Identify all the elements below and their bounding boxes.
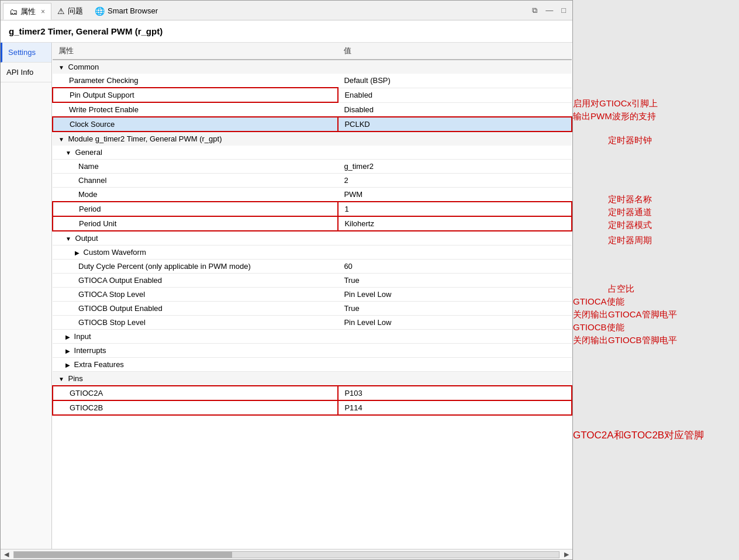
section-module: ▼ Module g_timer2 Timer, General PWM (r_…: [53, 132, 572, 146]
section-pins: ▼ Pins: [53, 372, 572, 386]
row-mode[interactable]: Mode PWM: [53, 188, 572, 202]
annotation-mode: 定时器模式: [608, 220, 652, 231]
scroll-left-icon[interactable]: ◀: [1, 551, 12, 558]
tab-properties-label: 属性: [20, 6, 36, 17]
annotation-gtiocb-stop: 关闭输出GTIOCB管脚电平: [573, 335, 677, 346]
section-common: ▼ Common: [53, 60, 572, 74]
annotation-param-checking: 启用对GTIOCx引脚上: [573, 98, 658, 109]
chevron-right-icon: ▶: [75, 250, 80, 256]
annotation-duty-cycle: 占空比: [608, 284, 634, 295]
problems-icon: ⚠: [57, 6, 65, 16]
chevron-down-icon5: ▼: [58, 376, 64, 382]
tab-smart-browser-label: Smart Browser: [108, 6, 158, 15]
tab-problems-label: 问题: [68, 6, 83, 16]
row-gtioca-stop[interactable]: GTIOCA Stop Level Pin Level Low: [53, 288, 572, 302]
row-write-protect[interactable]: Write Protect Enable Disabled: [53, 102, 572, 117]
row-pin-output-support[interactable]: Pin Output Support Enabled: [53, 88, 572, 102]
row-period[interactable]: Period 1: [53, 202, 572, 216]
horizontal-scrollbar[interactable]: ◀ ▶: [1, 549, 572, 559]
annotation-pins: GTOC2A和GTOC2B对应管脚: [573, 428, 704, 442]
section-extra-features[interactable]: ▶ Extra Features: [53, 358, 572, 372]
section-general: ▼ General: [53, 146, 572, 160]
row-gtiocb-output[interactable]: GTIOCB Output Enabled True: [53, 302, 572, 316]
scroll-right-icon[interactable]: ▶: [561, 551, 572, 558]
annotation-gtioca-enabled: GTIOCA使能: [573, 296, 624, 307]
chevron-down-icon2: ▼: [58, 136, 64, 143]
row-gtioc2a[interactable]: GTIOC2A P103: [53, 386, 572, 400]
row-period-unit[interactable]: Period Unit Kilohertz: [53, 216, 572, 231]
panel-title: g_timer2 Timer, General PWM (r_gpt): [9, 26, 564, 36]
annotation-gtioca-stop: 关闭输出GTIOCA管脚电平: [573, 309, 677, 320]
row-duty-cycle[interactable]: Duty Cycle Percent (only applicable in P…: [53, 260, 572, 274]
chevron-down-icon4: ▼: [65, 236, 71, 242]
annotation-name: 定时器名称: [608, 194, 652, 205]
row-gtiocb-stop[interactable]: GTIOCB Stop Level Pin Level Low: [53, 316, 572, 330]
row-gtioca-output[interactable]: GTIOCA Output Enabled True: [53, 274, 572, 288]
col-property-header: 属性: [53, 43, 338, 60]
col-value-header: 值: [338, 43, 572, 60]
row-parameter-checking[interactable]: Parameter Checking Default (BSP): [53, 74, 572, 88]
sidebar: Settings API Info: [1, 43, 52, 549]
chevron-down-icon3: ▼: [65, 150, 71, 156]
chevron-right-icon4: ▶: [65, 362, 70, 368]
smart-browser-icon: 🌐: [95, 6, 105, 16]
restore-icon[interactable]: ⧉: [529, 5, 540, 16]
properties-icon: 🗂: [9, 7, 18, 16]
tab-smart-browser[interactable]: 🌐 Smart Browser: [89, 2, 164, 20]
section-output: ▼ Output: [53, 231, 572, 246]
section-input[interactable]: ▶ Input: [53, 330, 572, 344]
panel-header: g_timer2 Timer, General PWM (r_gpt): [1, 20, 572, 43]
minimize-icon[interactable]: —: [543, 5, 556, 16]
section-custom-waveform[interactable]: ▶ Custom Waveform: [53, 246, 572, 260]
annotation-period: 定时器周期: [608, 235, 652, 246]
tab-close-icon[interactable]: ×: [41, 8, 45, 16]
tab-problems[interactable]: ⚠ 问题: [51, 2, 89, 20]
sidebar-item-api-info[interactable]: API Info: [1, 63, 51, 82]
row-channel[interactable]: Channel 2: [53, 174, 572, 188]
row-gtioc2b[interactable]: GTIOC2B P114: [53, 400, 572, 415]
chevron-down-icon: ▼: [58, 64, 64, 71]
section-interrupts[interactable]: ▶ Interrupts: [53, 344, 572, 358]
properties-panel: 属性 值 ▼ Common: [52, 43, 572, 549]
annotation-clock-source: 定时器时钟: [608, 135, 652, 146]
chevron-right-icon3: ▶: [65, 348, 70, 354]
sidebar-item-settings[interactable]: Settings: [1, 43, 51, 63]
chevron-right-icon2: ▶: [65, 334, 70, 340]
annotation-pin-output: 输出PWM波形的支持: [573, 111, 656, 122]
annotation-channel: 定时器通道: [608, 207, 652, 218]
row-clock-source[interactable]: Clock Source PCLKD: [53, 117, 572, 132]
maximize-icon[interactable]: □: [558, 5, 569, 16]
annotation-gtiocb-enabled: GTIOCB使能: [573, 322, 624, 333]
tab-properties[interactable]: 🗂 属性 ×: [3, 3, 51, 20]
row-name[interactable]: Name g_timer2: [53, 160, 572, 174]
